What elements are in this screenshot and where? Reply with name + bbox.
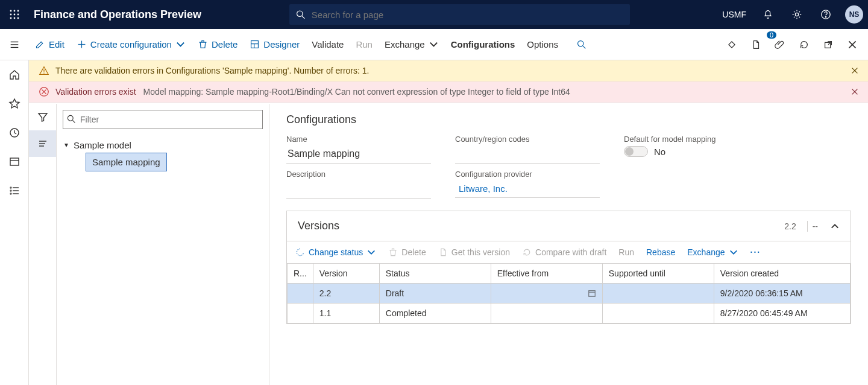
tree-root-label: Sample model — [74, 140, 131, 150]
designer-button[interactable]: Designer — [244, 29, 306, 60]
refresh-button[interactable] — [793, 34, 815, 56]
exchange-menu[interactable]: Exchange — [379, 29, 445, 60]
attachments-button[interactable]: 0 — [769, 34, 791, 56]
rail-home[interactable] — [4, 64, 25, 86]
cell-supported[interactable] — [602, 284, 714, 304]
versions-title: Versions — [298, 220, 784, 232]
hamburger-icon — [9, 39, 20, 50]
global-search-input[interactable] — [312, 10, 624, 20]
nav-toggle-button[interactable] — [0, 30, 29, 59]
tab-options[interactable]: Options — [521, 29, 564, 60]
calendar-icon[interactable] — [588, 289, 596, 298]
col-r[interactable]: R... — [288, 264, 313, 284]
warning-text: There are validation errors in Configura… — [55, 66, 369, 75]
col-effective[interactable]: Effective from — [491, 264, 602, 284]
validate-button[interactable]: Validate — [306, 29, 350, 60]
cell-r[interactable] — [288, 284, 313, 304]
cell-supported[interactable] — [602, 304, 714, 323]
provider-link[interactable]: Litware, Inc. — [455, 181, 600, 198]
cell-status[interactable]: Completed — [379, 304, 491, 323]
open-office-button[interactable] — [745, 34, 767, 56]
name-value[interactable]: Sample mapping — [286, 146, 431, 164]
error-message: Validation errors exist Model mapping: S… — [29, 81, 868, 103]
tree-filter-input[interactable] — [63, 110, 263, 129]
chevron-up-icon[interactable] — [830, 221, 840, 231]
page-search-button[interactable] — [570, 29, 593, 60]
clock-icon — [8, 127, 20, 139]
company-picker[interactable]: USMF — [717, 10, 751, 19]
table-row[interactable]: 1.1Completed8/27/2020 06:45:49 AM — [288, 304, 851, 323]
help-button[interactable] — [814, 0, 838, 29]
global-search[interactable] — [289, 4, 630, 25]
rail-workspaces[interactable] — [4, 151, 25, 173]
cell-status[interactable]: Draft — [379, 284, 491, 304]
tab-configurations[interactable]: Configurations — [445, 29, 521, 60]
notifications-button[interactable] — [756, 0, 780, 29]
cell-version[interactable]: 2.2 — [313, 284, 379, 304]
versions-current: 2.2 — [784, 221, 796, 231]
version-exchange-menu[interactable]: Exchange — [687, 247, 738, 257]
trash-icon — [388, 247, 398, 257]
cell-created[interactable]: 9/2/2020 06:36:15 AM — [714, 284, 850, 304]
version-more-button[interactable]: ··· — [750, 247, 761, 257]
delete-label: Delete — [212, 39, 237, 49]
cell-created[interactable]: 8/27/2020 06:45:49 AM — [714, 304, 850, 323]
edit-button[interactable]: Edit — [29, 29, 71, 60]
waffle-button[interactable] — [0, 0, 29, 29]
versions-toolbar: Change status Delete Get this version Co… — [287, 241, 851, 263]
detail-panel: Configurations Name Sample mapping Count… — [269, 104, 868, 385]
default-toggle[interactable] — [624, 146, 648, 157]
tree-node-root[interactable]: Sample model — [63, 140, 263, 150]
col-status[interactable]: Status — [379, 264, 491, 284]
refresh-icon — [522, 247, 532, 257]
diamond-icon — [726, 39, 737, 50]
col-version[interactable]: Version — [313, 264, 379, 284]
cell-effective[interactable] — [491, 284, 602, 304]
create-configuration-button[interactable]: Create configuration — [71, 29, 192, 60]
default-label: Default for model mapping — [624, 135, 769, 144]
close-icon — [851, 88, 859, 96]
change-status-button[interactable]: Change status — [295, 247, 376, 257]
rebase-button[interactable]: Rebase — [646, 247, 675, 257]
rail-favorites[interactable] — [4, 93, 25, 115]
rail-recent[interactable] — [4, 122, 25, 144]
delete-button[interactable]: Delete — [192, 29, 244, 60]
tree-list-mode[interactable] — [29, 130, 56, 157]
section-title: Configurations — [286, 113, 851, 126]
search-icon — [576, 39, 587, 49]
compare-button: Compare with draft — [522, 247, 606, 257]
versions-section: Versions 2.2 -- Change status Delete Get… — [286, 211, 851, 324]
home-icon — [8, 69, 20, 81]
user-avatar[interactable]: NS — [845, 5, 863, 24]
versions-table: R... Version Status Effective from Suppo… — [287, 263, 851, 323]
close-page-button[interactable] — [841, 34, 863, 56]
designer-icon — [250, 39, 260, 49]
version-exchange-label: Exchange — [687, 247, 725, 257]
tree-filter-mode[interactable] — [29, 104, 56, 130]
version-run-button: Run — [618, 247, 634, 257]
tree-node-selected[interactable]: Sample mapping — [86, 153, 167, 171]
version-delete-label: Delete — [401, 247, 426, 257]
related-info-button[interactable] — [721, 34, 743, 56]
table-row[interactable]: 2.2Draft9/2/2020 06:36:15 AM — [288, 284, 851, 304]
rail-modules[interactable] — [4, 180, 25, 202]
get-version-button: Get this version — [438, 247, 510, 257]
region-label: Country/region codes — [455, 135, 600, 144]
col-supported[interactable]: Supported until — [602, 264, 714, 284]
help-icon — [820, 9, 831, 20]
warning-close-button[interactable] — [849, 65, 861, 77]
filter-icon — [37, 111, 49, 123]
cell-effective[interactable] — [491, 304, 602, 323]
region-value[interactable] — [455, 146, 600, 164]
run-label: Run — [356, 39, 373, 49]
error-close-button[interactable] — [849, 86, 861, 98]
col-created[interactable]: Version created — [714, 264, 850, 284]
popout-icon — [823, 39, 834, 50]
settings-button[interactable] — [785, 0, 809, 29]
error-detail: Model mapping: Sample mapping-Root1/Bind… — [143, 87, 570, 97]
popout-button[interactable] — [817, 34, 839, 56]
cell-r[interactable] — [288, 304, 313, 323]
configuration-tree-panel: Sample model Sample mapping — [57, 104, 269, 385]
description-value[interactable] — [286, 181, 431, 199]
cell-version[interactable]: 1.1 — [313, 304, 379, 323]
